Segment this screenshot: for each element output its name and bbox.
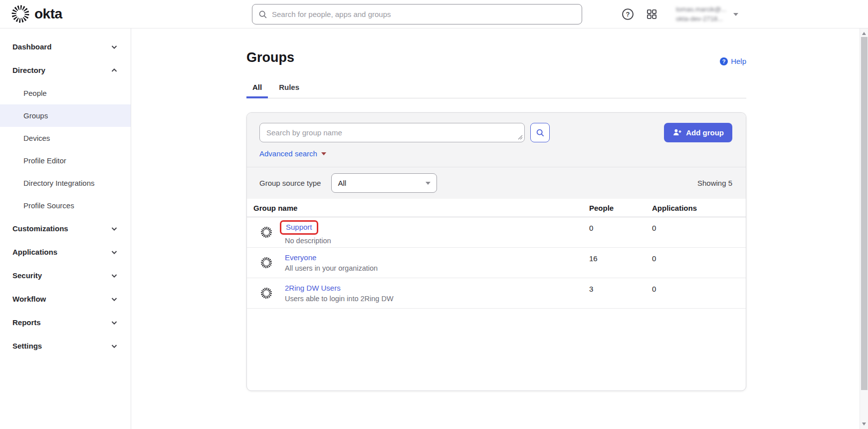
okta-sunburst-icon: [11, 4, 30, 23]
sidebar-item-customizations[interactable]: Customizations: [0, 217, 131, 240]
sidebar-item-dashboard[interactable]: Dashboard: [0, 35, 131, 58]
search-icon: [536, 128, 545, 137]
help-link[interactable]: ? Help: [720, 57, 746, 65]
group-search-button[interactable]: [530, 123, 550, 142]
sidebar-item-profile-sources[interactable]: Profile Sources: [0, 194, 131, 217]
group-description: All users in your organization: [285, 264, 378, 272]
col-applications: Applications: [652, 204, 746, 212]
question-circle-icon: ?: [622, 8, 634, 20]
account-identity: tomas.marcik@... okta-dev-2718...: [676, 5, 726, 24]
sidebar-item-label: Customizations: [12, 224, 68, 233]
scroll-up-arrow-icon[interactable]: [862, 32, 866, 35]
sidebar-item-workflow[interactable]: Workflow: [0, 287, 131, 311]
okta-logo[interactable]: okta: [11, 4, 62, 23]
app-switcher-button[interactable]: [645, 8, 658, 21]
sidebar-item-label: Settings: [12, 342, 42, 350]
help-link-label: Help: [731, 57, 746, 65]
sidebar-item-security[interactable]: Security: [0, 264, 131, 287]
advanced-search-label: Advanced search: [259, 149, 317, 158]
chevron-down-icon: [111, 272, 118, 279]
group-source-type-label: Group source type: [259, 179, 321, 187]
table-row: Support No description 0 0: [247, 217, 746, 248]
group-avatar-icon: [260, 257, 272, 269]
global-search[interactable]: [252, 4, 582, 24]
sidebar-item-label: People: [23, 89, 47, 97]
sidebar-item-settings[interactable]: Settings: [0, 334, 131, 358]
sidebar-item-groups[interactable]: Groups: [0, 104, 131, 127]
person-add-icon: [672, 128, 682, 137]
add-group-label: Add group: [686, 128, 724, 137]
group-avatar-icon: [260, 226, 272, 238]
sidebar-item-label: Directory Integrations: [23, 179, 95, 187]
account-email: tomas.marcik@...: [676, 5, 726, 14]
col-people: People: [589, 204, 652, 212]
sidebar-item-directory[interactable]: Directory: [0, 58, 131, 82]
chevron-down-icon: [111, 43, 118, 50]
groups-card: Add group Advanced search Group source t…: [246, 112, 746, 391]
chevron-up-icon: [111, 67, 118, 74]
scroll-down-arrow-icon[interactable]: [862, 423, 866, 426]
sidebar-item-profile-editor[interactable]: Profile Editor: [0, 149, 131, 172]
group-source-type-select[interactable]: All: [331, 173, 437, 193]
tab-bar: All Rules: [246, 79, 746, 98]
scrollbar-thumb[interactable]: [861, 37, 868, 390]
add-group-button[interactable]: Add group: [664, 123, 732, 142]
group-avatar-icon: [260, 287, 272, 299]
grid-icon: [646, 8, 657, 20]
showing-count: Showing 5: [697, 179, 732, 187]
chevron-down-icon: [111, 225, 118, 232]
sidebar-item-applications[interactable]: Applications: [0, 240, 131, 264]
top-bar: okta ? tomas.marcik@... okta: [0, 0, 868, 28]
filter-panel: Add group Advanced search Group source t…: [247, 113, 746, 199]
group-search-input[interactable]: [259, 123, 525, 142]
help-question-icon: ?: [720, 57, 728, 65]
people-count: 16: [589, 248, 652, 278]
group-description: Users able to login into 2Ring DW: [285, 295, 394, 303]
advanced-search-toggle[interactable]: Advanced search: [259, 149, 326, 158]
sidebar-item-label: Groups: [23, 111, 48, 120]
topbar-right: ? tomas.marcik@... okta-dev-2718...: [621, 0, 738, 28]
global-search-input[interactable]: [272, 10, 576, 18]
page-footer: © 2024 Okta, Inc. Privacy Status site OK…: [246, 423, 863, 429]
group-link-support[interactable]: Support: [286, 223, 312, 231]
account-org: okta-dev-2718...: [676, 14, 726, 24]
help-button[interactable]: ?: [621, 8, 634, 21]
col-group-name: Group name: [253, 204, 589, 212]
caret-down-icon: [321, 152, 326, 155]
search-icon: [258, 10, 267, 19]
sidebar-item-label: Profile Editor: [23, 156, 66, 165]
tab-rules[interactable]: Rules: [273, 79, 305, 98]
sidebar-item-label: Applications: [12, 248, 57, 256]
chevron-down-icon: [733, 13, 738, 16]
sidebar-item-label: Reports: [12, 318, 41, 327]
tab-all[interactable]: All: [246, 79, 268, 98]
chevron-down-icon: [111, 296, 118, 303]
people-count: 0: [589, 217, 652, 247]
vertical-scrollbar[interactable]: [860, 28, 868, 429]
sidebar-item-people[interactable]: People: [0, 82, 131, 104]
sidebar-item-label: Directory: [12, 66, 45, 74]
applications-count: 0: [652, 217, 746, 247]
table-row: Everyone All users in your organization …: [247, 248, 746, 278]
group-link-2ring-dw-users[interactable]: 2Ring DW Users: [285, 284, 341, 292]
resize-handle-icon[interactable]: [518, 135, 523, 140]
table-header: Group name People Applications: [247, 199, 746, 217]
applications-count: 0: [652, 278, 746, 308]
sidebar-item-label: Devices: [23, 134, 50, 142]
sidebar-item-label: Security: [12, 271, 42, 280]
sidebar-item-reports[interactable]: Reports: [0, 311, 131, 334]
sidebar-item-label: Workflow: [12, 295, 46, 303]
chevron-down-icon: [111, 249, 118, 256]
select-value: All: [338, 179, 346, 187]
annotation-highlight: Support: [280, 220, 318, 235]
account-menu[interactable]: tomas.marcik@... okta-dev-2718...: [676, 5, 738, 24]
sidebar-item-directory-integrations[interactable]: Directory Integrations: [0, 172, 131, 194]
chevron-down-icon: [426, 182, 431, 185]
table-row: 2Ring DW Users Users able to login into …: [247, 278, 746, 309]
sidebar-item-devices[interactable]: Devices: [0, 127, 131, 149]
group-link-everyone[interactable]: Everyone: [285, 253, 316, 262]
main-area: Groups ? Help All Rules: [131, 28, 868, 429]
people-count: 3: [589, 278, 652, 308]
chevron-down-icon: [111, 343, 118, 350]
brand-wordmark: okta: [34, 6, 62, 22]
